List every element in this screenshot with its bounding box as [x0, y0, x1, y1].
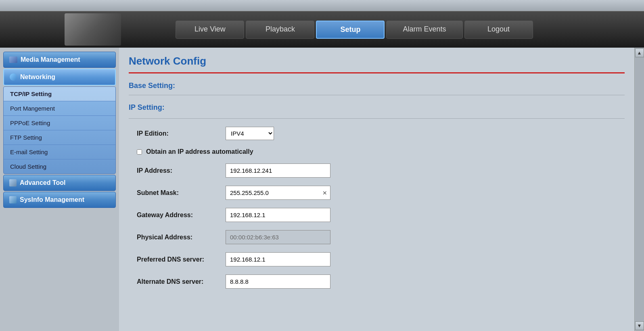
- ip-address-row: IP Address:: [129, 163, 625, 178]
- sidebar-sub-port-management[interactable]: Port Mangement: [4, 101, 115, 116]
- scroll-up-button[interactable]: ▲: [635, 48, 644, 57]
- ip-edition-label: IP Edition:: [137, 130, 226, 137]
- scroll-track[interactable]: [635, 57, 644, 321]
- nav-tabs: Live View Playback Setup Alarm Events Lo…: [129, 21, 579, 39]
- content-header: Network Config: [119, 48, 634, 73]
- sidebar-item-sysinfo-label: SysInfo Management: [20, 196, 84, 203]
- alternate-dns-input[interactable]: [226, 274, 330, 289]
- obtain-auto-row: Obtain an IP address automatically: [129, 148, 625, 155]
- tab-logout[interactable]: Logout: [464, 21, 533, 39]
- sidebar-sub-email[interactable]: E-mail Setting: [4, 145, 115, 159]
- main-content: Media Management Networking TCP/IP Setti…: [0, 48, 644, 331]
- sidebar-item-media-management[interactable]: Media Management: [3, 52, 116, 68]
- preferred-dns-input[interactable]: [226, 252, 330, 266]
- sidebar-networking-subitems: TCP/IP Setting Port Mangement PPPoE Sett…: [3, 86, 116, 174]
- tab-live-view[interactable]: Live View: [176, 21, 244, 39]
- ip-edition-row: IP Edition: IPV4 IPV6: [129, 127, 625, 140]
- sidebar-item-advanced-label: Advanced Tool: [20, 179, 66, 186]
- content-panel: Network Config Base Setting: IP Setting:…: [119, 48, 634, 331]
- top-banner: [0, 0, 644, 11]
- ip-address-label: IP Address:: [137, 167, 226, 174]
- ip-setting-section: IP Setting: IP Edition: IPV4 IPV6 Obtain…: [129, 103, 625, 289]
- tab-playback[interactable]: Playback: [246, 21, 314, 39]
- alternate-dns-label: Alternate DNS server:: [137, 278, 226, 285]
- base-setting-title: Base Setting:: [129, 82, 625, 90]
- film-icon: [9, 57, 17, 63]
- sidebar-sub-ftp[interactable]: FTP Setting: [4, 130, 115, 145]
- sidebar-item-networking[interactable]: Networking: [3, 69, 116, 86]
- sidebar-item-sysinfo[interactable]: SysInfo Management: [3, 192, 116, 208]
- scroll-down-button[interactable]: ▼: [635, 321, 644, 330]
- sidebar: Media Management Networking TCP/IP Setti…: [0, 48, 119, 331]
- ip-setting-divider: [129, 118, 625, 119]
- preferred-dns-row: Preferred DNS server:: [129, 252, 625, 266]
- scroll-bar: ▲ ▼: [634, 48, 644, 331]
- network-icon: [10, 73, 17, 81]
- physical-address-row: Physical Address:: [129, 230, 625, 244]
- nav-bar: Live View Playback Setup Alarm Events Lo…: [0, 11, 644, 48]
- subnet-mask-input[interactable]: [226, 186, 330, 200]
- alternate-dns-row: Alternate DNS server:: [129, 274, 625, 289]
- subnet-mask-row: Subnet Mask: ✕: [129, 186, 625, 200]
- gateway-row: Gateway Address:: [129, 208, 625, 222]
- sidebar-sub-tcp-ip[interactable]: TCP/IP Setting: [4, 87, 115, 101]
- ip-edition-select[interactable]: IPV4 IPV6: [226, 127, 274, 140]
- tab-setup[interactable]: Setup: [316, 21, 385, 39]
- gateway-label: Gateway Address:: [137, 212, 226, 219]
- ip-setting-title: IP Setting:: [129, 103, 625, 112]
- subnet-mask-clear-button[interactable]: ✕: [322, 190, 328, 196]
- sidebar-item-media-label: Media Management: [21, 56, 80, 63]
- physical-address-label: Physical Address:: [137, 234, 226, 241]
- physical-address-input: [226, 230, 330, 244]
- subnet-mask-label: Subnet Mask:: [137, 189, 226, 197]
- sidebar-item-networking-label: Networking: [20, 73, 55, 81]
- ip-address-input[interactable]: [226, 163, 330, 178]
- subnet-mask-wrapper: ✕: [226, 186, 330, 200]
- obtain-auto-label[interactable]: Obtain an IP address automatically: [146, 148, 253, 155]
- page-title: Network Config: [129, 55, 625, 67]
- tab-alarm-events[interactable]: Alarm Events: [386, 21, 462, 39]
- obtain-auto-checkbox[interactable]: [137, 149, 142, 155]
- sidebar-sub-cloud[interactable]: Cloud Setting: [4, 159, 115, 174]
- sidebar-sub-pppoe[interactable]: PPPoE Setting: [4, 116, 115, 130]
- tool-icon: [9, 179, 17, 186]
- gateway-input[interactable]: [226, 208, 330, 222]
- logo: [65, 13, 121, 46]
- preferred-dns-label: Preferred DNS server:: [137, 256, 226, 263]
- sidebar-item-advanced-tool[interactable]: Advanced Tool: [3, 175, 116, 191]
- base-setting-divider: [129, 95, 625, 95]
- info-icon: [9, 196, 17, 203]
- content-body: Base Setting: IP Setting: IP Edition: IP…: [119, 73, 634, 303]
